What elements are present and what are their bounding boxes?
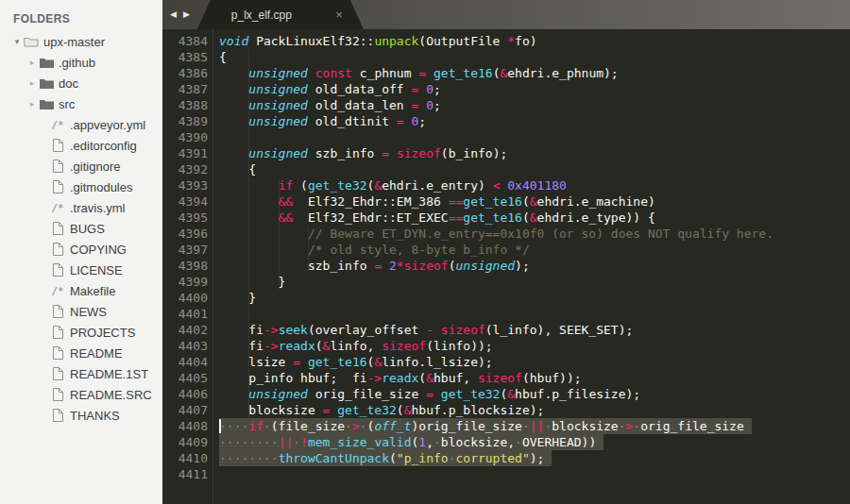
- line-number[interactable]: 4401: [162, 306, 208, 322]
- line-number[interactable]: 4385: [162, 49, 208, 65]
- code-line[interactable]: 4386 unsigned const c_phnum = get_te16(&…: [162, 65, 850, 81]
- tree-file-makefile[interactable]: /*Makefile: [0, 280, 162, 301]
- line-number[interactable]: 4384: [162, 33, 208, 49]
- chevron-right-icon[interactable]: ▸: [26, 78, 38, 88]
- code-text: blocksize = get_te32(&hbuf.p_blocksize);: [219, 402, 544, 418]
- code-text: unsigned const c_phnum = get_te16(&ehdri…: [219, 65, 619, 81]
- line-number[interactable]: 4394: [162, 193, 208, 210]
- line-number[interactable]: 4403: [162, 338, 208, 354]
- code-line[interactable]: 4392 {: [162, 161, 850, 177]
- code-line[interactable]: 4397 /* old style, 8-byte b_info */: [162, 242, 850, 258]
- code-line[interactable]: 4387 unsigned old_data_off = 0;: [162, 81, 850, 97]
- code-line[interactable]: 4388 unsigned old_data_len = 0;: [162, 97, 850, 113]
- code-line[interactable]: 4407 blocksize = get_te32(&hbuf.p_blocks…: [162, 402, 850, 418]
- code-line[interactable]: 4393 if (get_te32(&ehdri.e_entry) < 0x40…: [162, 177, 850, 193]
- line-number[interactable]: 4399: [162, 274, 208, 290]
- tree-item-label: LICENSE: [70, 263, 123, 277]
- tree-folder-upx-master[interactable]: ▾upx-master: [0, 31, 162, 52]
- tree-file-readme[interactable]: README: [0, 343, 162, 363]
- tab-active[interactable]: p_lx_elf.cpp ×: [197, 0, 364, 29]
- file-icon: [49, 367, 66, 380]
- code-line[interactable]: 4402 fi->seek(overlay_offset - sizeof(l_…: [162, 322, 850, 338]
- line-number[interactable]: 4396: [162, 226, 208, 242]
- code-line[interactable]: 4395 && Elf32_Ehdr::ET_EXEC==get_te16(&e…: [162, 210, 850, 226]
- code-line[interactable]: 4406 unsigned orig_file_size = get_te32(…: [162, 386, 850, 402]
- folders-header: FOLDERS: [0, 0, 162, 31]
- chevron-down-icon[interactable]: ▾: [11, 37, 23, 46]
- code-line[interactable]: 4405 p_info hbuf; fi->readx(&hbuf, sizeo…: [162, 370, 850, 386]
- code-line[interactable]: 4396 // Beware ET_DYN.e_entry==0x10f0 (o…: [162, 226, 850, 242]
- code-line[interactable]: 4394 && Elf32_Ehdr::EM_386 ==get_te16(&e…: [162, 193, 850, 210]
- code-text: void PackLinuxElf32::unpack(OutputFile *…: [219, 33, 537, 49]
- tree-file-readme-src[interactable]: README.SRC: [0, 384, 162, 405]
- tree-file-readme-1st[interactable]: README.1ST: [0, 363, 162, 384]
- code-line[interactable]: 4399 }: [162, 274, 850, 290]
- tree-item-label: README: [70, 346, 123, 361]
- code-line[interactable]: 4404 lsize = get_te16(&linfo.l_lsize);: [162, 354, 850, 370]
- tree-item-label: NEWS: [70, 305, 107, 319]
- line-number[interactable]: 4402: [162, 322, 208, 338]
- tree-item-label: .travis.yml: [70, 201, 126, 215]
- tree-file-copying[interactable]: COPYING: [0, 239, 162, 260]
- line-number[interactable]: 4389: [162, 113, 208, 129]
- line-number[interactable]: 4405: [162, 370, 208, 386]
- chevron-right-icon[interactable]: ▸: [26, 99, 38, 109]
- tab-scroll-right-icon[interactable]: ▶: [183, 10, 190, 19]
- tree-folder-src[interactable]: ▸src: [0, 93, 162, 114]
- code-line[interactable]: 4409········||·!mem_size_valid(1,·blocks…: [162, 434, 850, 450]
- code-text: // Beware ET_DYN.e_entry==0x10f0 (or so)…: [219, 226, 774, 242]
- line-number[interactable]: 4406: [162, 386, 208, 402]
- line-number[interactable]: 4404: [162, 354, 208, 370]
- code-line[interactable]: 4401: [162, 306, 850, 322]
- code-line[interactable]: 4408····if·(file_size·>·(off_t)orig_file…: [162, 418, 850, 434]
- line-number[interactable]: 4400: [162, 290, 208, 306]
- line-number[interactable]: 4390: [162, 129, 208, 145]
- line-number[interactable]: 4407: [162, 402, 208, 418]
- line-number[interactable]: 4410: [162, 450, 208, 466]
- line-number[interactable]: 4398: [162, 258, 208, 274]
- line-number[interactable]: 4395: [162, 210, 208, 226]
- tree-folder-github[interactable]: ▸.github: [0, 52, 162, 73]
- tab-scroll-left-icon[interactable]: ◀: [170, 10, 177, 19]
- code-line[interactable]: 4411: [162, 466, 850, 482]
- code-line[interactable]: 4384void PackLinuxElf32::unpack(OutputFi…: [162, 33, 850, 49]
- tree-folder-doc[interactable]: ▸doc: [0, 73, 162, 93]
- tree-file-news[interactable]: NEWS: [0, 301, 162, 322]
- tab-close-icon[interactable]: ×: [335, 8, 343, 21]
- tree-file-editorconfig[interactable]: .editorconfig: [0, 135, 162, 156]
- tree-file-gitmodules[interactable]: .gitmodules: [0, 176, 162, 197]
- code-line[interactable]: 4385{: [162, 49, 850, 65]
- line-number[interactable]: 4397: [162, 242, 208, 258]
- tree-file-thanks[interactable]: THANKS: [0, 405, 162, 426]
- code-editor[interactable]: 4384void PackLinuxElf32::unpack(OutputFi…: [162, 29, 850, 504]
- code-text: ····if·(file_size·>·(off_t)orig_file_siz…: [219, 418, 752, 434]
- code-line[interactable]: 4390: [162, 129, 850, 145]
- tree-file-license[interactable]: LICENSE: [0, 260, 162, 280]
- chevron-right-icon[interactable]: ▸: [26, 58, 38, 67]
- line-number[interactable]: 4392: [162, 161, 208, 177]
- line-number[interactable]: 4393: [162, 177, 208, 193]
- tree-file-bugs[interactable]: BUGS: [0, 218, 162, 239]
- tree-item-label: .gitmodules: [70, 180, 132, 194]
- code-line[interactable]: 4400 }: [162, 290, 850, 306]
- code-line[interactable]: 4403 fi->readx(&linfo, sizeof(linfo));: [162, 338, 850, 354]
- line-number[interactable]: 4387: [162, 81, 208, 97]
- line-number[interactable]: 4386: [162, 65, 208, 81]
- code-line[interactable]: 4398 szb_info = 2*sizeof(unsigned);: [162, 258, 850, 274]
- code-line[interactable]: 4391 unsigned szb_info = sizeof(b_info);: [162, 145, 850, 161]
- line-number[interactable]: 4388: [162, 97, 208, 113]
- code-text: unsigned szb_info = sizeof(b_info);: [219, 145, 507, 161]
- code-line[interactable]: 4389 unsigned old_dtinit = 0;: [162, 113, 850, 129]
- line-number[interactable]: 4408: [162, 418, 208, 434]
- code-line[interactable]: 4410········throwCantUnpack("p_info·corr…: [162, 450, 850, 466]
- line-number[interactable]: 4391: [162, 145, 208, 161]
- line-number[interactable]: 4409: [162, 434, 208, 450]
- tree-file-travis-yml[interactable]: /*.travis.yml: [0, 197, 162, 218]
- tree-file-projects[interactable]: PROJECTS: [0, 322, 162, 343]
- source-file-icon: /*: [49, 119, 66, 131]
- tree-file-gitignore[interactable]: .gitignore: [0, 156, 162, 176]
- line-number[interactable]: 4411: [162, 466, 208, 482]
- tab-label: p_lx_elf.cpp: [231, 8, 292, 22]
- tree-file-appveyor-yml[interactable]: /*.appveyor.yml: [0, 114, 162, 135]
- code-text: && Elf32_Ehdr::ET_EXEC==get_te16(&ehdri.…: [219, 210, 655, 226]
